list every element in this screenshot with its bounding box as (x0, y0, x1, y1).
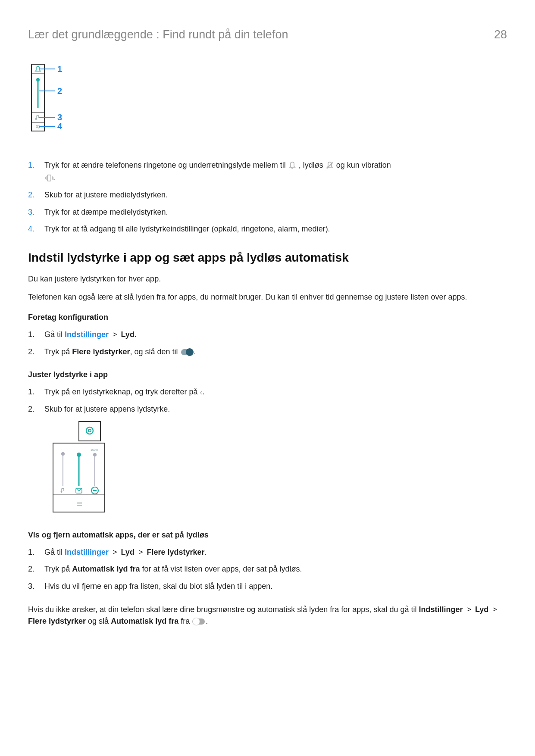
callout-list: Tryk for at ændre telefonens ringetone o… (28, 159, 507, 236)
list-item: Tryk for at dæmpe medielydstyrken. (28, 206, 507, 219)
list-item: Hvis du vil fjerne en app fra listen, sk… (28, 580, 507, 593)
svg-point-36 (93, 453, 97, 456)
settings-link[interactable]: Indstillinger (65, 548, 109, 556)
svg-point-33 (77, 453, 81, 457)
bell-off-icon (325, 161, 334, 170)
toggle-on-icon (181, 349, 193, 355)
toggle-off-icon (193, 619, 205, 625)
view-remove-list: Gå til Indstillinger > Lyd > Flere lydst… (28, 546, 507, 593)
list-item: Gå til Indstillinger > Lyd. (28, 328, 507, 341)
svg-point-31 (61, 452, 65, 456)
list-item: Skub for at justere appens lydstyrke. 10… (28, 403, 507, 518)
svg-text:1: 1 (57, 64, 62, 74)
page-number: 28 (494, 26, 507, 44)
sub-heading: Vis og fjern automatisk apps, der er sat… (28, 529, 507, 541)
list-item: Tryk på Automatisk lyd fra for at få vis… (28, 563, 507, 576)
config-list: Gå til Indstillinger > Lyd. Tryk på Fler… (28, 328, 507, 358)
sub-heading: Foretag konfiguration (28, 312, 507, 323)
svg-line-23 (327, 162, 333, 169)
section-heading: Indstil lydstyrke i app og sæt apps på l… (28, 249, 507, 267)
vibration-icon (44, 174, 53, 182)
body-text: Hvis du ikke ønsker, at din telefon skal… (28, 604, 507, 627)
volume-control-diagram: 1 2 3 4 (28, 61, 507, 137)
svg-point-9 (37, 125, 38, 126)
svg-point-6 (35, 118, 37, 120)
svg-point-10 (38, 127, 40, 128)
adjust-list: Tryk på en lydstyrkeknap, og tryk dereft… (28, 386, 507, 518)
svg-point-37 (61, 491, 63, 493)
page-header: Lær det grundlæggende : Find rundt på di… (28, 26, 507, 44)
svg-text:4: 4 (57, 122, 63, 131)
list-item: Tryk på en lydstyrkeknap, og tryk dereft… (28, 386, 507, 399)
svg-rect-24 (47, 175, 51, 181)
body-text: Du kan justere lydstyrken for hver app. (28, 273, 507, 285)
svg-point-5 (36, 78, 40, 81)
sub-heading: Juster lydstyrke i app (28, 369, 507, 381)
svg-text:100%: 100% (91, 448, 98, 451)
breadcrumb: Lær det grundlæggende : Find rundt på di… (28, 26, 288, 44)
app-volume-diagram: 100% (51, 419, 507, 519)
settings-link[interactable]: Indstillinger (65, 330, 109, 339)
svg-rect-25 (79, 422, 100, 441)
svg-text:2: 2 (57, 86, 62, 96)
body-text: Telefonen kan også lære at slå lyden fra… (28, 291, 507, 303)
list-item: Skub for at justere medielydstyrken. (28, 189, 507, 202)
list-item: Tryk på Flere lydstyrker, og slå den til… (28, 346, 507, 359)
list-item: Tryk for at få adgang til alle lydstyrke… (28, 223, 507, 236)
list-item: Gå til Indstillinger > Lyd > Flere lydst… (28, 546, 507, 559)
bell-icon (288, 161, 297, 170)
svg-text:3: 3 (57, 112, 62, 122)
list-item: Tryk for at ændre telefonens ringetone o… (28, 159, 507, 184)
